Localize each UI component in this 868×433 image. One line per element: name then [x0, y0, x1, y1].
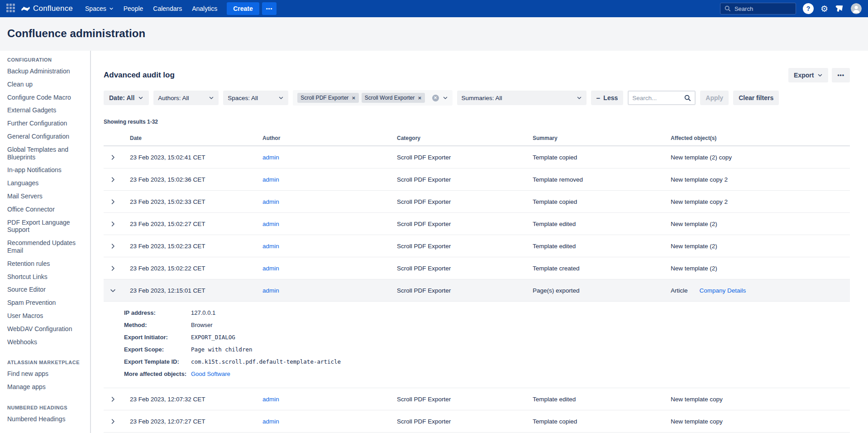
nav-more-button[interactable]: •••: [262, 2, 277, 15]
summaries-filter[interactable]: Summaries: All: [457, 91, 587, 105]
chevron-right-icon[interactable]: [104, 176, 130, 183]
chevron-right-icon[interactable]: [104, 198, 130, 205]
chevron-right-icon[interactable]: [104, 243, 130, 250]
table-row[interactable]: 23 Feb 2023, 15:02:27 CETadminScroll PDF…: [104, 213, 850, 235]
cell-summary: Template edited: [533, 396, 671, 403]
table-row[interactable]: 23 Feb 2023, 15:02:41 CETadminScroll PDF…: [104, 146, 850, 168]
user-avatar[interactable]: [851, 3, 862, 14]
sidebar-item[interactable]: Mail Servers: [7, 190, 84, 203]
filter-bar: Date: All Authors: All Spaces: All Scrol…: [104, 90, 850, 106]
cell-summary: Template edited: [533, 221, 671, 227]
remove-tag-icon[interactable]: ✕: [352, 96, 355, 101]
filter-tag-label: Scroll PDF Exporter: [300, 95, 348, 101]
sidebar-item[interactable]: Find new apps: [7, 367, 84, 380]
chevron-right-icon[interactable]: [104, 221, 130, 227]
sidebar-item[interactable]: Retention rules: [7, 257, 84, 270]
table-row[interactable]: 23 Feb 2023, 15:02:23 CETadminScroll PDF…: [104, 235, 850, 257]
author-link[interactable]: admin: [262, 243, 279, 250]
col-author: Author: [262, 135, 397, 141]
sidebar-item[interactable]: In-app Notifications: [7, 164, 84, 177]
more-actions-button[interactable]: •••: [832, 68, 850, 82]
sidebar-item[interactable]: Languages: [7, 177, 84, 190]
chevron-right-icon[interactable]: [104, 396, 130, 403]
author-link[interactable]: admin: [262, 418, 279, 425]
affected-object-link[interactable]: Company Details: [700, 287, 746, 294]
megaphone-icon[interactable]: [835, 5, 844, 13]
sidebar-item[interactable]: Shortcut Links: [7, 270, 84, 284]
chevron-right-icon[interactable]: [104, 154, 130, 161]
remove-tag-icon[interactable]: ✕: [418, 96, 421, 101]
sidebar-item[interactable]: Clean up: [7, 78, 84, 91]
nav-item-analytics[interactable]: Analytics: [187, 0, 222, 17]
spaces-filter[interactable]: Spaces: All: [223, 91, 288, 105]
chevron-right-icon[interactable]: [104, 418, 130, 425]
authors-filter[interactable]: Authors: All: [153, 91, 219, 105]
sidebar-item[interactable]: Further Configuration: [7, 117, 84, 130]
author-link[interactable]: admin: [262, 198, 279, 205]
export-button[interactable]: Export: [788, 68, 828, 82]
spaces-filter-label: Spaces: All: [228, 95, 258, 101]
detail-value: 127.0.0.1: [191, 309, 215, 317]
clear-selection-icon[interactable]: ✕: [432, 95, 439, 101]
detail-label: Method:: [124, 321, 191, 329]
sidebar-item[interactable]: WebDAV Configuration: [7, 322, 84, 336]
col-affected: Affected object(s): [671, 135, 850, 141]
categories-filter[interactable]: Scroll PDF Exporter✕Scroll Word Exporter…: [293, 90, 452, 106]
sidebar-item[interactable]: User Macros: [7, 309, 84, 322]
table-row[interactable]: 23 Feb 2023, 12:15:01 CETadminScroll PDF…: [104, 279, 850, 302]
table-row[interactable]: 23 Feb 2023, 15:02:36 CETadminScroll PDF…: [104, 168, 850, 191]
cell-summary: Template copied: [533, 154, 671, 161]
table-row[interactable]: 23 Feb 2023, 12:07:27 CETadminScroll PDF…: [104, 410, 850, 433]
sidebar-item[interactable]: Numbered Headings: [7, 413, 84, 426]
sidebar-item[interactable]: Spam Prevention: [7, 296, 84, 309]
sidebar-item[interactable]: Configure Code Macro: [7, 91, 84, 104]
author-link[interactable]: admin: [262, 176, 279, 183]
sidebar-item[interactable]: PDF Export Language Support: [7, 216, 84, 237]
top-navigation: Confluence SpacesPeopleCalendarsAnalytic…: [0, 0, 868, 17]
sidebar-item[interactable]: Backup Administration: [7, 65, 84, 78]
nav-item-people[interactable]: People: [119, 0, 148, 17]
apply-button[interactable]: Apply: [700, 91, 729, 105]
table-row[interactable]: 23 Feb 2023, 12:07:32 CETadminScroll PDF…: [104, 388, 850, 410]
nav-item-calendars[interactable]: Calendars: [148, 0, 187, 17]
sidebar-item[interactable]: Global Templates and Blueprints: [7, 143, 84, 164]
sidebar-item[interactable]: Recommended Updates Email: [7, 236, 84, 257]
sidebar-item[interactable]: External Gadgets: [7, 104, 84, 117]
table-row[interactable]: 23 Feb 2023, 15:02:33 CETadminScroll PDF…: [104, 191, 850, 213]
detail-value: EXPORT_DIALOG: [191, 333, 235, 341]
filter-tag[interactable]: Scroll Word Exporter✕: [362, 93, 425, 103]
detail-value: Browser: [191, 321, 213, 329]
cell-category: Scroll PDF Exporter: [397, 396, 533, 403]
sidebar-item[interactable]: Source Editor: [7, 283, 84, 296]
clear-filters-button[interactable]: Clear filters: [733, 91, 779, 105]
date-filter[interactable]: Date: All: [104, 91, 149, 105]
nav-search-input[interactable]: [734, 5, 792, 12]
detail-link[interactable]: Good Software: [191, 370, 230, 378]
sidebar-item[interactable]: Manage apps: [7, 380, 84, 394]
filter-search-input[interactable]: [632, 95, 682, 101]
cell-category: Scroll PDF Exporter: [397, 176, 533, 183]
nav-search[interactable]: [720, 3, 796, 14]
confluence-logo[interactable]: Confluence: [21, 4, 73, 13]
col-category: Category: [397, 135, 533, 141]
author-link[interactable]: admin: [262, 287, 279, 294]
sidebar-item[interactable]: Webhooks: [7, 336, 84, 349]
cell-summary: Template edited: [533, 243, 671, 250]
settings-gear-icon[interactable]: ⚙: [820, 5, 828, 13]
create-button[interactable]: Create: [227, 2, 259, 15]
table-row[interactable]: 23 Feb 2023, 15:02:22 CETadminScroll PDF…: [104, 257, 850, 279]
author-link[interactable]: admin: [262, 221, 279, 227]
help-icon[interactable]: ?: [803, 3, 814, 14]
author-link[interactable]: admin: [262, 396, 279, 403]
app-switcher-icon[interactable]: [6, 4, 17, 14]
sidebar-item[interactable]: General Configuration: [7, 130, 84, 143]
chevron-down-icon[interactable]: [104, 287, 130, 294]
sidebar-item[interactable]: Office Connector: [7, 203, 84, 216]
author-link[interactable]: admin: [262, 265, 279, 272]
chevron-right-icon[interactable]: [104, 265, 130, 272]
nav-item-spaces[interactable]: Spaces: [80, 0, 119, 17]
author-link[interactable]: admin: [262, 154, 279, 161]
filter-search[interactable]: [628, 91, 696, 105]
less-button[interactable]: − Less: [591, 91, 624, 105]
filter-tag[interactable]: Scroll PDF Exporter✕: [297, 93, 358, 103]
